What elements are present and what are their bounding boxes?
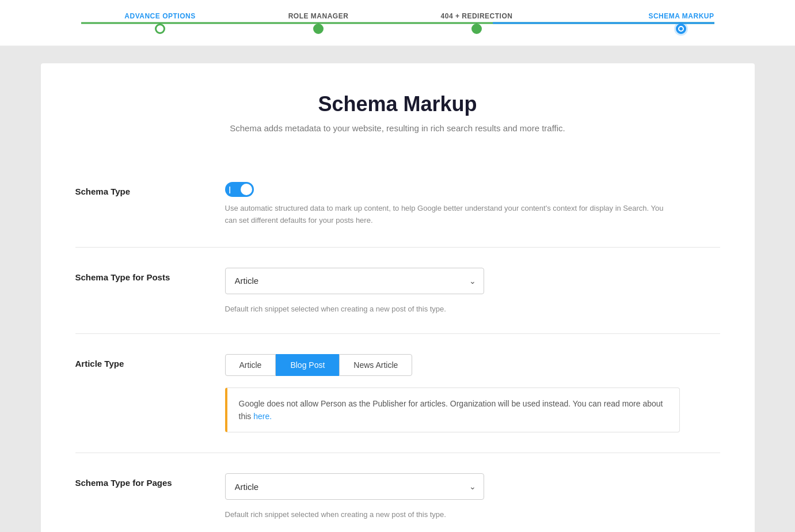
step-label-advance-options: ADVANCE OPTIONS	[124, 12, 195, 20]
step-dot-redirection	[471, 24, 482, 34]
article-type-btn-group: Article Blog Post News Article	[225, 354, 720, 376]
step-label-schema-markup: SCHEMA MARKUP	[648, 12, 714, 20]
page-subtitle: Schema adds metadata to your website, re…	[75, 123, 720, 133]
step-dot-advance-options	[155, 24, 165, 34]
schema-type-posts-select-wrapper: Article Blog Post News Article Book Cour…	[225, 268, 484, 294]
step-label-redirection: 404 + REDIRECTION	[441, 12, 513, 20]
toggle-track: |	[225, 182, 254, 197]
wizard-nav: ADVANCE OPTIONS ROLE MANAGER 404 + REDIR…	[0, 0, 795, 46]
schema-type-pages-label: Schema Type for Pages	[75, 473, 225, 488]
toggle-helper-text: Use automatic structured data to mark up…	[225, 203, 674, 227]
wizard-step-role-manager[interactable]: ROLE MANAGER	[239, 12, 398, 34]
toggle-icon: |	[229, 185, 231, 193]
article-type-newsarticle-btn[interactable]: News Article	[339, 354, 412, 376]
schema-type-posts-control: Article Blog Post News Article Book Cour…	[225, 268, 720, 313]
step-dot-role-manager	[313, 24, 324, 34]
schema-type-posts-select[interactable]: Article Blog Post News Article Book Cour…	[225, 268, 484, 294]
toggle-thumb	[241, 184, 252, 195]
article-type-control: Article Blog Post News Article Google do…	[225, 354, 720, 433]
schema-type-posts-helper: Default rich snippet selected when creat…	[225, 305, 720, 313]
step-label-role-manager: ROLE MANAGER	[288, 12, 349, 20]
schema-type-pages-row: Schema Type for Pages Article Blog Post …	[75, 453, 720, 532]
main-content: Schema Markup Schema adds metadata to yo…	[41, 63, 755, 532]
schema-type-pages-select[interactable]: Article Blog Post News Article Book Cour…	[225, 473, 484, 500]
article-type-label: Article Type	[75, 354, 225, 368]
schema-type-posts-row: Schema Type for Posts Article Blog Post …	[75, 248, 720, 334]
schema-type-posts-label: Schema Type for Posts	[75, 268, 225, 282]
schema-type-pages-select-wrapper: Article Blog Post News Article Book Cour…	[225, 473, 484, 500]
wizard-step-redirection[interactable]: 404 + REDIRECTION	[398, 12, 556, 34]
schema-type-toggle[interactable]: |	[225, 182, 720, 197]
schema-type-label: Schema Type	[75, 182, 225, 196]
article-type-blogpost-btn[interactable]: Blog Post	[276, 354, 339, 376]
step-dot-schema-markup	[676, 24, 686, 34]
article-type-warning-box: Google does not allow Person as the Publ…	[225, 387, 680, 433]
schema-type-row: Schema Type | Use automatic structured d…	[75, 162, 720, 248]
article-type-article-btn[interactable]: Article	[225, 354, 276, 376]
article-type-row: Article Type Article Blog Post News Arti…	[75, 334, 720, 454]
toggle-wrapper: | Use automatic structured data to mark …	[225, 182, 720, 227]
warning-link[interactable]: here.	[253, 412, 272, 421]
wizard-step-schema-markup[interactable]: SCHEMA MARKUP	[556, 12, 714, 34]
schema-type-pages-control: Article Blog Post News Article Book Cour…	[225, 473, 720, 519]
wizard-track: ADVANCE OPTIONS ROLE MANAGER 404 + REDIR…	[81, 12, 714, 34]
schema-type-pages-helper: Default rich snippet selected when creat…	[225, 510, 720, 519]
schema-type-control: | Use automatic structured data to mark …	[225, 182, 720, 227]
wizard-step-advance-options[interactable]: ADVANCE OPTIONS	[81, 12, 239, 34]
warning-text: Google does not allow Person as the Publ…	[239, 399, 663, 421]
page-title: Schema Markup	[75, 92, 720, 116]
